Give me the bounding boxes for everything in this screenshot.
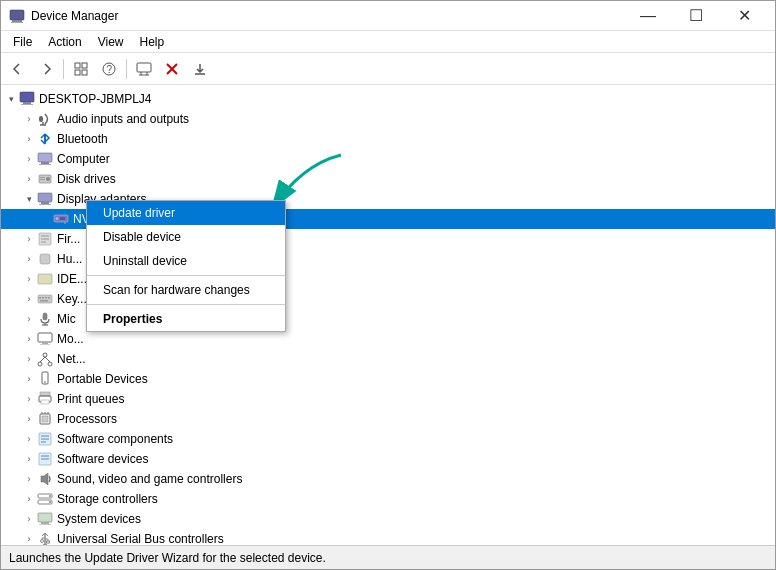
maximize-button[interactable]: ☐ [673,1,719,31]
toolbar-back[interactable] [5,56,31,82]
svg-rect-35 [60,217,65,220]
tree-item-computer[interactable]: › Computer [1,149,775,169]
tree-item-print[interactable]: › Print queues [1,389,775,409]
context-menu-properties[interactable]: Properties [87,307,285,331]
expand-hid[interactable]: › [21,251,37,267]
svg-rect-64 [41,400,49,404]
context-menu-sep-2 [87,304,285,305]
disk-icon [37,171,53,187]
expand-swdev[interactable]: › [21,451,37,467]
expand-storage[interactable]: › [21,491,37,507]
svg-rect-43 [38,295,52,303]
expand-keyboard[interactable]: › [21,291,37,307]
svg-rect-2 [11,22,23,23]
tree-item-swdev[interactable]: › Software devices [1,449,775,469]
toolbar-help[interactable]: ? [96,56,122,82]
close-button[interactable]: ✕ [721,1,767,31]
expand-display[interactable]: ▾ [21,191,37,207]
expand-processors[interactable]: › [21,411,37,427]
context-menu-uninstall-device[interactable]: Uninstall device [87,249,285,273]
menu-action[interactable]: Action [40,31,89,53]
toolbar-download[interactable] [187,56,213,82]
processor-icon [37,411,53,427]
svg-line-58 [40,357,45,362]
computer-label: Computer [57,152,110,166]
mic-label: Mic [57,312,76,326]
toolbar-monitor[interactable] [131,56,157,82]
expand-ide[interactable]: › [21,271,37,287]
tree-item-system[interactable]: › System devices [1,509,775,529]
toolbar-delete[interactable] [159,56,185,82]
title-bar-left: Device Manager [9,8,118,24]
expand-portable[interactable]: › [21,371,37,387]
svg-point-27 [46,177,50,181]
keyboard-label: Key... [57,292,87,306]
tree-item-portable[interactable]: › Portable Devices [1,369,775,389]
menu-view[interactable]: View [90,31,132,53]
storage-label: Storage controllers [57,492,158,506]
tree-item-bluetooth[interactable]: › Bluetooth [1,129,775,149]
expand-monitors[interactable]: › [21,331,37,347]
svg-rect-47 [48,297,50,299]
svg-rect-82 [38,513,52,522]
tree-item-usb[interactable]: › Universal Serial Bus [1,529,775,545]
svg-rect-23 [38,153,52,162]
expand-mic[interactable]: › [21,311,37,327]
tree-root[interactable]: ▾ DESKTOP-JBMPLJ4 [1,89,775,109]
context-menu-scan-hardware[interactable]: Scan for hardware changes [87,278,285,302]
software-dev-icon [37,451,53,467]
svg-rect-29 [40,179,45,180]
tree-item-swcomp[interactable]: › Software components [1,429,775,449]
processors-label: Processors [57,412,117,426]
tree-item-monitors[interactable]: › Mo... [1,329,775,349]
svg-rect-84 [39,524,51,525]
portable-icon [37,371,53,387]
svg-rect-0 [10,10,24,20]
tree-item-processors[interactable]: › Processors [1,409,775,429]
svg-point-55 [43,353,47,357]
expand-bluetooth[interactable]: › [21,131,37,147]
hid-icon [37,251,53,267]
minimize-button[interactable]: — [625,1,671,31]
device-manager-window: Device Manager — ☐ ✕ File Action View He… [0,0,776,570]
svg-rect-48 [40,300,48,302]
expand-audio[interactable]: › [21,111,37,127]
svg-rect-5 [75,70,80,75]
context-menu-disable-device[interactable]: Disable device [87,225,285,249]
toolbar-forward[interactable] [33,56,59,82]
menu-file[interactable]: File [5,31,40,53]
network-label: Net... [57,352,86,366]
usb-label: Universal Serial Bus controllers [57,532,224,545]
expand-network[interactable]: › [21,351,37,367]
disk-label: Disk drives [57,172,116,186]
svg-rect-45 [42,297,44,299]
svg-rect-49 [43,313,47,320]
tree-item-disk[interactable]: › Disk drives [1,169,775,189]
toolbar: ? [1,53,775,85]
expand-computer[interactable]: › [21,151,37,167]
svg-rect-53 [42,342,48,344]
svg-rect-19 [39,116,43,122]
monitor-icon [37,331,53,347]
expand-root[interactable]: ▾ [3,91,19,107]
expand-disk[interactable]: › [21,171,37,187]
tree-item-network[interactable]: › Net... [1,349,775,369]
context-menu-update-driver[interactable]: Update driver [87,201,285,225]
menu-help[interactable]: Help [132,31,173,53]
expand-swcomp[interactable]: › [21,431,37,447]
expand-firmware[interactable]: › [21,231,37,247]
toolbar-grid[interactable] [68,56,94,82]
svg-rect-17 [23,102,31,104]
expand-system[interactable]: › [21,511,37,527]
tree-item-storage[interactable]: › Storage controllers [1,489,775,509]
svg-rect-30 [38,193,52,202]
tree-item-audio[interactable]: › Audio inputs and outputs [1,109,775,129]
sound-icon [37,471,53,487]
tree-item-sound[interactable]: › Sound, video and game controllers [1,469,775,489]
svg-rect-32 [39,204,51,205]
expand-print[interactable]: › [21,391,37,407]
system-label: System devices [57,512,141,526]
expand-sound[interactable]: › [21,471,37,487]
title-bar-controls: — ☐ ✕ [625,1,767,31]
expand-usb[interactable]: › [21,531,37,545]
